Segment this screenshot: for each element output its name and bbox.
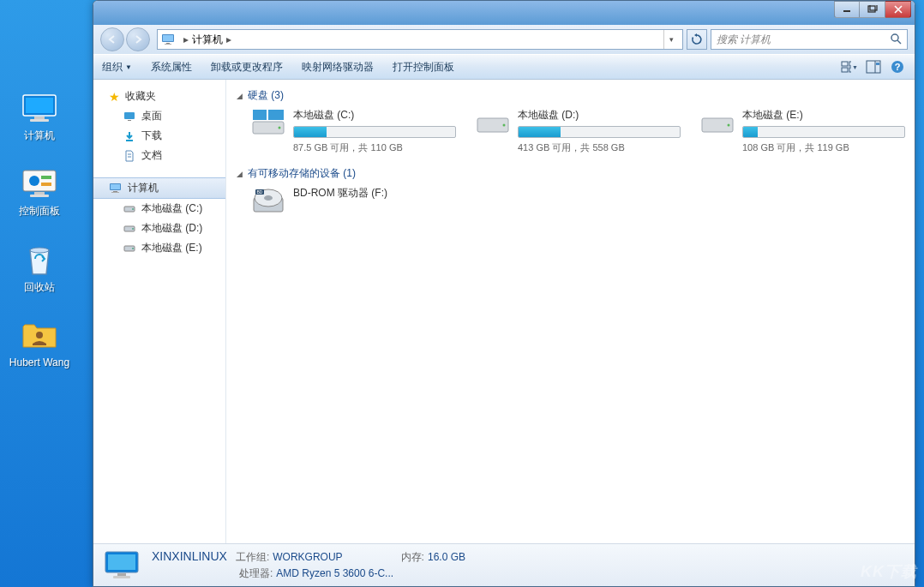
help-button[interactable]: ? xyxy=(889,58,906,75)
search-icon[interactable] xyxy=(890,33,902,47)
sidebar-item-drive-c[interactable]: 本地磁盘 (C:) xyxy=(93,199,225,219)
svg-rect-27 xyxy=(876,63,879,65)
sidebar-item-downloads[interactable]: 下载 xyxy=(93,126,225,146)
svg-rect-21 xyxy=(842,62,848,66)
drive-item[interactable]: 本地磁盘 (D:) 413 GB 可用，共 558 GB xyxy=(475,108,681,154)
svg-rect-46 xyxy=(253,110,267,120)
computer-icon xyxy=(161,33,177,45)
svg-line-20 xyxy=(897,40,901,44)
drive-icon xyxy=(475,108,511,139)
svg-rect-2 xyxy=(34,117,45,119)
navigation-row: ▸ 计算机 ▸ ▾ 搜索 计算机 xyxy=(93,25,915,54)
cpu-label: 处理器: xyxy=(239,566,273,581)
collapse-icon[interactable]: ◢ xyxy=(237,92,243,100)
svg-rect-61 xyxy=(108,554,135,570)
recycle-bin-icon xyxy=(21,242,57,278)
svg-rect-31 xyxy=(128,120,131,121)
titlebar[interactable] xyxy=(93,1,915,25)
watermark: KK下载 xyxy=(861,561,917,582)
close-button[interactable] xyxy=(885,1,911,18)
drive-name: 本地磁盘 (E:) xyxy=(742,108,905,123)
search-input[interactable]: 搜索 计算机 xyxy=(711,29,908,50)
svg-rect-18 xyxy=(165,44,171,45)
desktop-icon-control-panel[interactable]: 控制面板 xyxy=(19,165,60,217)
removable-drive-item[interactable]: BD BD-ROM 驱动器 (F:) xyxy=(250,186,456,217)
open-control-panel-button[interactable]: 打开控制面板 xyxy=(393,60,454,75)
desktop-icon-computer[interactable]: 计算机 xyxy=(21,90,57,141)
svg-rect-9 xyxy=(30,195,49,197)
desktop-icon-recycle-bin[interactable]: 回收站 xyxy=(21,242,57,293)
memory-label: 内存: xyxy=(401,550,424,565)
sidebar-item-drive-d[interactable]: 本地磁盘 (D:) xyxy=(93,219,225,238)
drive-name: 本地磁盘 (C:) xyxy=(293,108,456,123)
sidebar-item-desktop[interactable]: 桌面 xyxy=(93,106,225,126)
cpu-value: AMD Ryzen 5 3600 6-C... xyxy=(276,567,393,579)
svg-point-42 xyxy=(132,228,134,230)
sidebar-item-documents[interactable]: 文档 xyxy=(93,146,225,165)
section-header-drives[interactable]: ◢ 硬盘 (3) xyxy=(237,88,906,103)
bd-rom-icon: BD xyxy=(250,186,286,217)
drive-icon xyxy=(123,222,136,236)
drive-item[interactable]: 本地磁盘 (C:) 87.5 GB 可用，共 110 GB xyxy=(250,108,456,154)
chevron-right-icon[interactable]: ▸ xyxy=(226,33,231,45)
document-icon xyxy=(123,149,136,163)
sidebar-computer-header[interactable]: 计算机 xyxy=(93,177,225,199)
chevron-right-icon[interactable]: ▸ xyxy=(183,33,189,45)
svg-rect-16 xyxy=(163,35,173,41)
svg-point-54 xyxy=(728,124,730,127)
svg-point-40 xyxy=(132,208,134,210)
breadcrumb-location[interactable]: 计算机 xyxy=(192,33,223,47)
maximize-button[interactable] xyxy=(860,1,885,18)
system-properties-button[interactable]: 系统属性 xyxy=(151,60,192,75)
svg-rect-37 xyxy=(113,191,117,192)
usage-bar xyxy=(293,126,456,138)
view-options-button[interactable]: ▼ xyxy=(841,58,858,75)
svg-rect-63 xyxy=(113,576,130,578)
star-icon: ★ xyxy=(109,90,120,104)
user-folder-icon xyxy=(21,317,57,353)
forward-button[interactable] xyxy=(126,27,150,51)
minimize-button[interactable] xyxy=(834,1,860,18)
drive-stats: 108 GB 可用，共 119 GB xyxy=(742,141,905,154)
svg-rect-7 xyxy=(41,183,51,186)
refresh-button[interactable] xyxy=(687,29,707,50)
usage-bar xyxy=(518,126,681,138)
svg-point-11 xyxy=(36,332,43,338)
svg-rect-3 xyxy=(30,119,49,122)
svg-text:?: ? xyxy=(895,62,901,72)
preview-pane-button[interactable] xyxy=(865,58,882,75)
collapse-icon[interactable]: ◢ xyxy=(237,170,243,178)
svg-rect-8 xyxy=(34,192,45,195)
desktop-icon xyxy=(123,110,136,123)
drive-name: 本地磁盘 (D:) xyxy=(518,108,681,123)
drive-name: BD-ROM 驱动器 (F:) xyxy=(293,186,456,201)
address-bar[interactable]: ▸ 计算机 ▸ ▾ xyxy=(157,29,683,50)
svg-rect-24 xyxy=(849,68,851,72)
hostname: XINXINLINUX xyxy=(152,549,227,563)
svg-rect-30 xyxy=(124,112,135,119)
sidebar-item-drive-e[interactable]: 本地磁盘 (E:) xyxy=(93,238,225,258)
drive-icon xyxy=(123,242,136,255)
section-header-removable[interactable]: ◢ 有可移动存储的设备 (1) xyxy=(237,166,906,181)
drive-icon xyxy=(123,202,136,216)
organize-menu[interactable]: 组织▼ xyxy=(102,60,132,75)
desktop-icon-label: 回收站 xyxy=(24,281,55,293)
sidebar-favorites-header[interactable]: ★ 收藏夹 xyxy=(93,87,225,106)
main-content: ◢ 硬盘 (3) 本地磁盘 (C:) 87.5 GB 可用，共 110 GB 本… xyxy=(226,80,915,543)
desktop-icon-user-folder[interactable]: Hubert Wang xyxy=(9,317,69,368)
drive-item[interactable]: 本地磁盘 (E:) 108 GB 可用，共 119 GB xyxy=(699,108,905,154)
desktop-icon-label: 计算机 xyxy=(24,129,55,141)
memory-value: 16.0 GB xyxy=(428,551,465,563)
uninstall-programs-button[interactable]: 卸载或更改程序 xyxy=(211,60,283,75)
address-dropdown[interactable]: ▾ xyxy=(663,30,679,49)
toolbar: 组织▼ 系统属性 卸载或更改程序 映射网络驱动器 打开控制面板 ▼ ? xyxy=(93,54,915,80)
search-placeholder: 搜索 计算机 xyxy=(717,33,771,47)
back-button[interactable] xyxy=(100,27,124,51)
computer-icon xyxy=(109,182,123,195)
map-network-drive-button[interactable]: 映射网络驱动器 xyxy=(302,60,374,75)
svg-rect-36 xyxy=(111,184,120,189)
usage-bar xyxy=(742,126,905,138)
svg-rect-22 xyxy=(849,62,851,66)
svg-rect-62 xyxy=(117,573,126,576)
computer-icon xyxy=(21,90,57,126)
